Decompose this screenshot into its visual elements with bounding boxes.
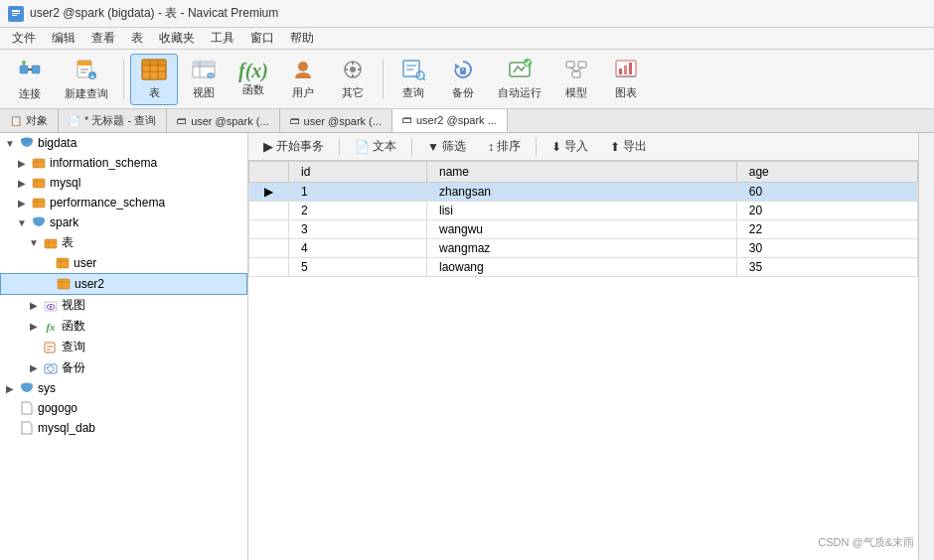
table-row[interactable]: 3wangwu22 (249, 220, 918, 239)
data-table: id name age ▶1zhangsan602lisi203wangwu22… (248, 161, 918, 277)
cell-age[interactable]: 30 (736, 239, 917, 258)
table-row[interactable]: 2lisi20 (249, 202, 918, 220)
svg-rect-70 (57, 258, 69, 268)
svg-rect-53 (629, 63, 632, 74)
tab-object[interactable]: 📋 对象 (0, 109, 59, 132)
sidebar-item-backup-folder[interactable]: ▶ 备份 (0, 357, 247, 378)
filter-btn[interactable]: ▼ 筛选 (418, 135, 475, 158)
sidebar-item-bigdata[interactable]: ▼ bigdata (0, 133, 247, 153)
scrollbar[interactable] (918, 133, 934, 560)
svg-line-39 (423, 78, 425, 80)
toolbar-query-btn[interactable]: 查询 (389, 54, 437, 105)
cell-id[interactable]: 5 (289, 258, 427, 277)
export-btn[interactable]: ⬆ 导出 (601, 135, 656, 158)
query-folder-icon (43, 340, 59, 355)
toolbar-table-btn[interactable]: 表 (130, 54, 178, 105)
sidebar-item-user-table[interactable]: user (0, 253, 247, 273)
sidebar-item-user2-table[interactable]: user2 (0, 273, 247, 295)
menu-edit[interactable]: 编辑 (44, 28, 83, 49)
col-header-age[interactable]: age (736, 162, 917, 183)
app-icon (8, 6, 24, 22)
menu-bar: 文件 编辑 查看 表 收藏夹 工具 窗口 帮助 (0, 28, 934, 50)
menu-help[interactable]: 帮助 (282, 28, 322, 49)
toolbar-backup-btn[interactable]: 备份 (439, 54, 487, 105)
toolbar-user-btn[interactable]: 用户 (279, 54, 327, 105)
db-icon-spark (31, 214, 47, 230)
sidebar-item-query-folder[interactable]: 查询 (0, 337, 247, 357)
menu-favorites[interactable]: 收藏夹 (151, 28, 203, 49)
expand-arrow-info: ▶ (16, 158, 28, 169)
sidebar-item-mysql-dab[interactable]: mysql_dab (0, 418, 247, 438)
table-row[interactable]: 5laowang35 (249, 258, 918, 277)
cell-age[interactable]: 60 (736, 183, 917, 202)
sidebar-item-mysql[interactable]: ▶ mysql (0, 173, 247, 193)
cell-name[interactable]: laowang (426, 258, 736, 277)
toolbar-model-btn[interactable]: 模型 (552, 54, 600, 105)
col-header-id[interactable]: id (289, 162, 427, 183)
chart-label: 图表 (615, 85, 637, 100)
cell-age[interactable]: 20 (736, 202, 917, 220)
tab-untitled[interactable]: 📄 * 无标题 - 查询 (59, 109, 167, 132)
expand-arrow-backup: ▶ (28, 362, 40, 373)
cell-name[interactable]: wangwu (426, 220, 736, 239)
table-folder-icon (43, 235, 59, 251)
cell-id[interactable]: 2 (289, 202, 427, 220)
sidebar-item-table-folder[interactable]: ▼ 表 (0, 232, 247, 253)
sidebar-item-spark[interactable]: ▼ spark (0, 212, 247, 232)
menu-table[interactable]: 表 (123, 28, 151, 49)
sidebar-label-gogogo: gogogo (38, 401, 78, 415)
toolbar-connect-btn[interactable]: 连接 (6, 54, 54, 105)
menu-tools[interactable]: 工具 (203, 28, 242, 49)
sidebar-item-perf-schema[interactable]: ▶ performance_schema (0, 193, 247, 212)
sidebar-item-func-folder[interactable]: ▶ fx 函数 (0, 316, 247, 337)
tab-untitled-label: * 无标题 - 查询 (84, 113, 156, 128)
sort-btn[interactable]: ↕ 排序 (479, 135, 530, 158)
sub-sep-1 (339, 138, 340, 156)
tab-user-spark2[interactable]: 🗃 user @spark (... (280, 109, 392, 132)
menu-window[interactable]: 窗口 (242, 28, 282, 49)
row-indicator: ▶ (249, 183, 289, 202)
cell-id[interactable]: 1 (289, 183, 427, 202)
tab-user2-spark[interactable]: 🗃 user2 @spark ... (392, 109, 508, 132)
import-btn[interactable]: ⬇ 导入 (543, 135, 597, 158)
expand-arrow-bigdata: ▼ (4, 138, 16, 149)
text-btn[interactable]: 📄 文本 (346, 135, 405, 158)
toolbar-chart-btn[interactable]: 图表 (602, 54, 650, 105)
sidebar-label-mysql-dab: mysql_dab (38, 421, 95, 435)
export-icon: ⬆ (610, 140, 620, 154)
table-row[interactable]: 4wangmaz30 (249, 239, 918, 258)
table-row[interactable]: ▶1zhangsan60 (249, 183, 918, 202)
col-header-empty (249, 162, 289, 183)
menu-view[interactable]: 查看 (83, 28, 123, 49)
toolbar-auto-btn[interactable]: 自动运行 (489, 54, 550, 105)
sidebar-item-gogogo[interactable]: gogogo (0, 398, 247, 418)
svg-rect-52 (624, 66, 627, 74)
sidebar-label-mysql: mysql (50, 176, 80, 190)
tab-user-spark1[interactable]: 🗃 user @spark (... (167, 109, 279, 132)
cell-age[interactable]: 22 (736, 220, 917, 239)
col-header-name[interactable]: name (426, 162, 736, 183)
toolbar-newquery-btn[interactable]: + 新建查询 (56, 54, 117, 105)
expand-arrow-perf: ▶ (16, 198, 28, 209)
cell-name[interactable]: lisi (426, 202, 736, 220)
cell-name[interactable]: zhangsan (426, 183, 736, 202)
menu-file[interactable]: 文件 (4, 28, 44, 49)
sidebar-item-info-schema[interactable]: ▶ information_schema (0, 153, 247, 173)
text-label: 文本 (373, 138, 396, 155)
cell-name[interactable]: wangmaz (426, 239, 736, 258)
sidebar-label-table-folder: 表 (62, 234, 74, 251)
toolbar-func-btn[interactable]: f(x) 函数 (230, 54, 277, 105)
sidebar-item-view-folder[interactable]: ▶ 视图 (0, 295, 247, 316)
begin-tx-btn[interactable]: ▶ 开始事务 (254, 135, 333, 158)
toolbar-view-btn[interactable]: 视图 (180, 54, 228, 105)
svg-rect-60 (33, 179, 45, 188)
sidebar-item-sys[interactable]: ▶ sys (0, 378, 247, 398)
toolbar-other-btn[interactable]: 其它 (329, 54, 377, 105)
sidebar: ▼ bigdata ▶ information_schema ▶ mysql ▶ (0, 133, 248, 560)
cell-id[interactable]: 4 (289, 239, 427, 258)
content-area: ▼ bigdata ▶ information_schema ▶ mysql ▶ (0, 133, 934, 560)
cell-age[interactable]: 35 (736, 258, 917, 277)
cell-id[interactable]: 3 (289, 220, 427, 239)
view-folder-icon (43, 298, 59, 314)
svg-rect-1 (12, 10, 20, 12)
